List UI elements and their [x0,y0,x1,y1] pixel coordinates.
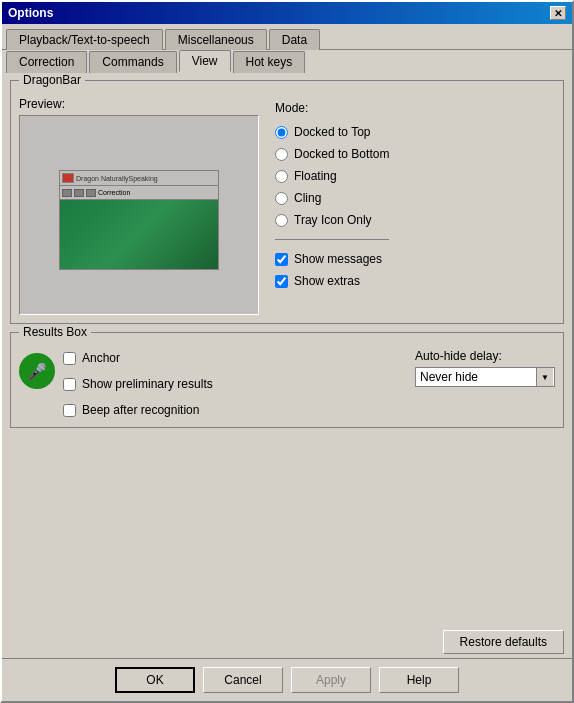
results-icon-symbol: 🎤 [27,362,47,381]
radio-docked-top-label: Docked to Top [294,125,371,139]
radio-docked-bottom-input[interactable] [275,148,288,161]
window-title: Options [8,6,53,20]
title-bar: Options ✕ [2,2,572,24]
tab-hot-keys[interactable]: Hot keys [233,51,306,73]
preview-dot-3 [86,189,96,197]
results-icon: 🎤 [19,353,55,389]
tab-commands[interactable]: Commands [89,51,176,73]
mode-label: Mode: [275,101,389,115]
preview-label: Preview: [19,97,259,111]
tab-correction[interactable]: Correction [6,51,87,73]
checkbox-show-extras: Show extras [275,272,389,290]
radio-docked-bottom: Docked to Bottom [275,145,389,163]
radio-docked-top-input[interactable] [275,126,288,139]
tab-playback[interactable]: Playback/Text-to-speech [6,29,163,50]
tab-data[interactable]: Data [269,29,320,50]
radio-cling-label: Cling [294,191,321,205]
radio-floating-label: Floating [294,169,337,183]
radio-floating-input[interactable] [275,170,288,183]
tab-miscellaneous[interactable]: Miscellaneous [165,29,267,50]
mode-area: Mode: Docked to Top Docked to Bottom Flo… [275,97,389,315]
tabs-row-2: Correction Commands View Hot keys [2,49,572,72]
radio-tray-icon-label: Tray Icon Only [294,213,372,227]
apply-button[interactable]: Apply [291,667,371,693]
beep-checkbox[interactable] [63,404,76,417]
preview-dot-1 [62,189,72,197]
radio-docked-bottom-label: Docked to Bottom [294,147,389,161]
cancel-button[interactable]: Cancel [203,667,283,693]
auto-hide-label: Auto-hide delay: [415,349,555,363]
preview-toolbar: Correction [59,186,219,200]
show-messages-label: Show messages [294,252,382,266]
preview-correction-text: Correction [98,189,130,196]
preview-red-button [62,173,74,183]
help-button[interactable]: Help [379,667,459,693]
preview-titlebar: Dragon NaturallySpeaking [59,170,219,186]
preview-area: Preview: Dragon NaturallySpeaking [19,97,259,315]
tabs-row-1: Playback/Text-to-speech Miscellaneous Da… [2,24,572,49]
preview-box: Dragon NaturallySpeaking Correction [19,115,259,315]
content-area: DragonBar Preview: Dragon NaturallySpeak… [2,72,572,626]
auto-hide-select-wrapper: Never hide 5 seconds 10 seconds 30 secon… [415,367,555,387]
results-box-group: Results Box 🎤 Anchor Show preliminary re… [10,332,564,428]
preview-body [59,200,219,270]
restore-defaults-button[interactable]: Restore defaults [443,630,564,654]
close-button[interactable]: ✕ [550,6,566,20]
bottom-buttons: Restore defaults [2,626,572,658]
results-box-content: 🎤 Anchor Show preliminary results Beep [19,349,555,419]
tab-view[interactable]: View [179,50,231,72]
dragonbar-label: DragonBar [19,73,85,87]
beep-label: Beep after recognition [82,403,199,417]
show-preliminary-checkbox[interactable] [63,378,76,391]
anchor-checkbox[interactable] [63,352,76,365]
show-extras-checkbox[interactable] [275,275,288,288]
show-preliminary-label: Show preliminary results [82,377,213,391]
checkbox-show-messages: Show messages [275,250,389,268]
auto-hide-select[interactable]: Never hide 5 seconds 10 seconds 30 secon… [415,367,555,387]
checkbox-show-preliminary: Show preliminary results [63,375,407,393]
dialog-window: Options ✕ Playback/Text-to-speech Miscel… [0,0,574,703]
ok-button[interactable]: OK [115,667,195,693]
preview-title-text: Dragon NaturallySpeaking [76,175,158,182]
checkbox-anchor: Anchor [63,349,407,367]
show-messages-checkbox[interactable] [275,253,288,266]
dialog-footer: OK Cancel Apply Help [2,658,572,701]
radio-cling: Cling [275,189,389,207]
radio-tray-icon: Tray Icon Only [275,211,389,229]
dragonbar-content: Preview: Dragon NaturallySpeaking [19,97,555,315]
auto-hide-area: Auto-hide delay: Never hide 5 seconds 10… [415,349,555,387]
radio-docked-top: Docked to Top [275,123,389,141]
preview-inner: Dragon NaturallySpeaking Correction [59,170,219,260]
checkbox-beep: Beep after recognition [63,401,407,419]
dragonbar-group: DragonBar Preview: Dragon NaturallySpeak… [10,80,564,324]
show-extras-label: Show extras [294,274,360,288]
results-options: Anchor Show preliminary results Beep aft… [63,349,407,419]
mode-divider [275,239,389,240]
results-box-label: Results Box [19,325,91,339]
anchor-label: Anchor [82,351,120,365]
radio-floating: Floating [275,167,389,185]
preview-dot-2 [74,189,84,197]
radio-cling-input[interactable] [275,192,288,205]
radio-tray-icon-input[interactable] [275,214,288,227]
